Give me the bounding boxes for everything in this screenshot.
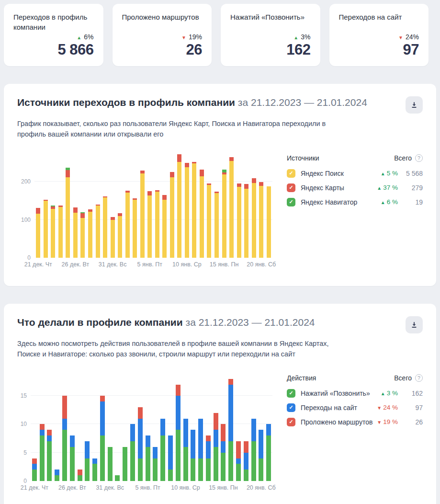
help-icon[interactable]: [415, 374, 423, 382]
stacked-bar[interactable]: [214, 192, 219, 258]
bar-segment: [251, 441, 256, 481]
stacked-bar[interactable]: [200, 170, 204, 258]
stacked-bar[interactable]: [147, 191, 152, 258]
series-checkbox[interactable]: [287, 418, 295, 426]
download-button[interactable]: [406, 316, 423, 333]
stacked-bar[interactable]: [259, 430, 263, 481]
bar-segment: [229, 161, 234, 258]
bar-segment: [138, 458, 143, 481]
stacked-bar[interactable]: [183, 419, 188, 481]
stacked-bar[interactable]: [222, 170, 226, 258]
bar-segment: [44, 201, 48, 258]
series-checkbox[interactable]: [287, 403, 295, 412]
series-checkbox[interactable]: [287, 169, 295, 178]
help-icon[interactable]: [415, 154, 423, 162]
stacked-bar[interactable]: [130, 424, 135, 481]
stacked-bar[interactable]: [44, 200, 48, 258]
stacked-bar[interactable]: [32, 458, 37, 481]
stacked-bar[interactable]: [96, 205, 100, 258]
stacked-bar[interactable]: [103, 196, 107, 258]
stacked-bar[interactable]: [267, 186, 271, 258]
stacked-bar[interactable]: [85, 441, 90, 481]
stacked-bar[interactable]: [58, 206, 63, 258]
stacked-bar[interactable]: [66, 168, 70, 258]
stacked-bar[interactable]: [192, 162, 196, 258]
stacked-bar[interactable]: [123, 447, 127, 481]
stacked-bar[interactable]: [198, 419, 203, 481]
stacked-bar[interactable]: [244, 441, 248, 481]
stacked-bar[interactable]: [51, 206, 55, 258]
stacked-bar[interactable]: [36, 208, 40, 258]
stacked-bar[interactable]: [73, 207, 78, 258]
chart-x-axis: 21 дек. Чт26 дек. Вт31 дек. Вс5 янв. Пт1…: [34, 261, 272, 272]
bar-slot: [34, 153, 42, 258]
stacked-bar[interactable]: [108, 447, 113, 481]
stacked-bar[interactable]: [176, 385, 181, 481]
stacked-bar[interactable]: [252, 178, 256, 258]
bar-slot: [176, 153, 183, 258]
bar-segment: [62, 396, 67, 418]
stacked-bar[interactable]: [88, 209, 92, 258]
stacked-bar[interactable]: [160, 419, 165, 481]
bar-segment: [138, 419, 143, 458]
bar-segment: [80, 213, 85, 218]
stacked-bar[interactable]: [155, 190, 159, 258]
stacked-bar[interactable]: [237, 183, 241, 258]
stacked-bar[interactable]: [80, 212, 85, 258]
stacked-bar[interactable]: [138, 407, 143, 481]
stacked-bar[interactable]: [168, 435, 173, 481]
stacked-bar[interactable]: [177, 154, 181, 258]
stacked-bar[interactable]: [92, 458, 97, 481]
bar-slot: [242, 373, 250, 481]
chart-sources: 0100200 21 дек. Чт26 дек. Вт31 дек. Вс5 …: [17, 153, 279, 272]
legend-item-yandex-search: Яндекс Поиск 5 % 5 568: [287, 169, 423, 178]
bar-segment: [92, 464, 97, 481]
stacked-bar[interactable]: [115, 475, 120, 481]
stacked-bar[interactable]: [118, 213, 122, 258]
stacked-bar[interactable]: [146, 435, 150, 481]
stacked-bar[interactable]: [62, 396, 67, 481]
stacked-bar[interactable]: [228, 379, 233, 481]
stacked-bar[interactable]: [251, 419, 256, 481]
legend-item-yandex-maps: Яндекс Карты 37 % 279: [287, 183, 423, 192]
stacked-bar[interactable]: [266, 424, 271, 481]
stacked-bar[interactable]: [259, 182, 263, 258]
stacked-bar[interactable]: [229, 157, 234, 258]
stacked-bar[interactable]: [214, 413, 218, 481]
stacked-bar[interactable]: [47, 430, 52, 481]
stacked-bar[interactable]: [55, 470, 59, 481]
stat-trend: 6%: [13, 33, 94, 41]
bar-segment: [66, 177, 70, 258]
stacked-bar[interactable]: [125, 191, 130, 258]
y-axis-tick-label: 200: [21, 178, 31, 185]
stacked-bar[interactable]: [206, 435, 211, 481]
stacked-bar[interactable]: [236, 441, 241, 481]
stacked-bar[interactable]: [185, 163, 189, 258]
download-button[interactable]: [406, 96, 423, 114]
stacked-bar[interactable]: [244, 184, 248, 258]
trend-arrow-icon: [377, 420, 382, 425]
series-checkbox[interactable]: [287, 389, 295, 398]
stacked-bar[interactable]: [191, 430, 195, 481]
stacked-bar[interactable]: [153, 447, 158, 481]
bar-segment: [259, 186, 263, 258]
series-checkbox[interactable]: [287, 183, 295, 192]
stacked-bar[interactable]: [133, 198, 137, 258]
stacked-bar[interactable]: [40, 424, 45, 481]
bar-slot: [265, 373, 272, 481]
stacked-bar[interactable]: [170, 172, 174, 258]
stacked-bar[interactable]: [140, 171, 145, 258]
bar-segment: [125, 193, 130, 258]
stacked-bar[interactable]: [221, 424, 226, 481]
stacked-bar[interactable]: [207, 183, 211, 258]
stacked-bar[interactable]: [70, 435, 75, 481]
series-checkbox[interactable]: [287, 198, 295, 206]
bar-segment: [88, 212, 92, 258]
bar-slot: [146, 153, 154, 258]
bar-segment: [251, 419, 256, 441]
stacked-bar[interactable]: [162, 195, 167, 258]
stacked-bar[interactable]: [78, 470, 82, 481]
bar-segment: [100, 435, 105, 481]
stacked-bar[interactable]: [111, 217, 115, 258]
stacked-bar[interactable]: [100, 396, 105, 481]
